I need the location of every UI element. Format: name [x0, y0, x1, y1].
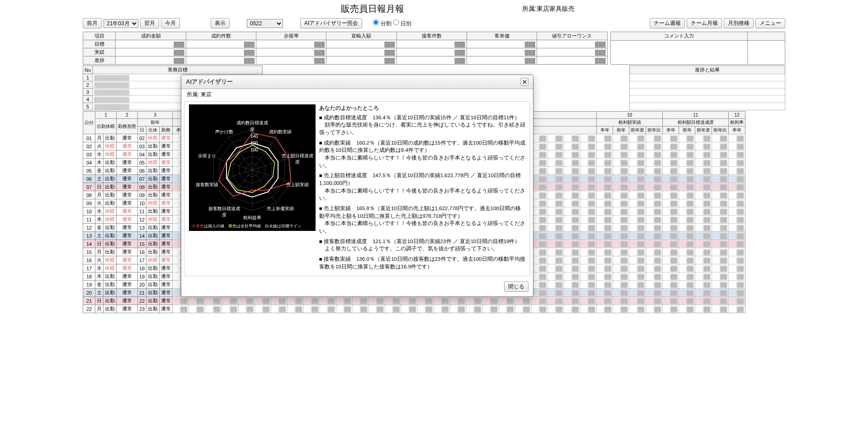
menu-button[interactable]: メニュー: [755, 18, 785, 28]
ai-advisory-modal: AIアドバイザリー ✕ 所属: 東店 成約数目標達成度成約数実績売上額目標達成度…: [181, 75, 533, 297]
toolbar: 前月 21年03月 翌月 今月 表示 0522 AIアドバイザリー照会 分割 日…: [83, 17, 785, 30]
advice-list: ■ 成約数目標達成度 136.4％（直近10日間の実績15件 ／ 直近10日間の…: [319, 114, 525, 271]
page-title: 販売員日報月報: [241, 3, 504, 15]
affiliation-label: 所属:東店家具販売: [504, 5, 785, 13]
comment-input[interactable]: [610, 40, 748, 65]
employee-select[interactable]: 0522: [247, 19, 283, 28]
team-week-button[interactable]: チーム週報: [650, 18, 685, 28]
modal-close-button[interactable]: ✕: [520, 78, 528, 86]
results-table: 進捗と結果: [629, 66, 785, 110]
table-row[interactable]: 21日出勤通常22出勤通常███████████████████████████…: [83, 297, 745, 305]
show-button[interactable]: 表示: [211, 18, 230, 28]
modal-title: AIアドバイザリー: [186, 78, 233, 86]
ai-advisory-button[interactable]: AIアドバイザリー照会: [300, 18, 362, 28]
advice-heading: あなたのよかったところ: [319, 104, 525, 112]
view-split-radio[interactable]: 分割: [373, 19, 391, 28]
view-daily-radio[interactable]: 日別: [393, 19, 411, 28]
radar-chart: 成約数目標達成度成約数実績売上額目標達成度売上額実績売上単価実績粗利益率接客数目…: [189, 104, 316, 231]
monthly-trend-button[interactable]: 月別推移: [724, 18, 754, 28]
next-month-button[interactable]: 翌月: [140, 18, 159, 28]
modal-subtitle: 所属: 東店: [187, 91, 528, 99]
prev-month-button[interactable]: 前月: [83, 18, 102, 28]
summary-table: 項目成約金額成約件数歩留率直輸入額接客件数客単価値引アローワンス 目標█████…: [83, 32, 608, 65]
table-row[interactable]: 22月出勤通常23出勤通常███████████████████████████…: [83, 305, 745, 313]
team-month-button[interactable]: チーム月報: [687, 18, 722, 28]
close-icon: ✕: [522, 79, 527, 85]
radar-legend: ※赤色は個人の値、黄色は全社平均値、白太線は目標ライン: [192, 223, 313, 229]
comment-table: コメント入力: [610, 32, 786, 65]
this-month-button[interactable]: 今月: [161, 18, 180, 28]
month-select[interactable]: 21年03月: [104, 19, 138, 28]
modal-close-btn[interactable]: 閉じる: [504, 282, 528, 292]
